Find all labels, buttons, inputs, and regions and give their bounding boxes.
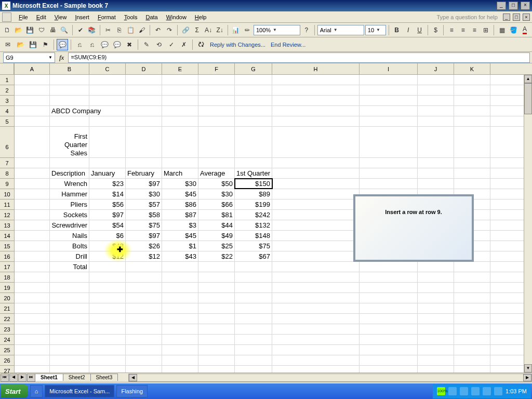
cell-B7[interactable] [50, 158, 89, 168]
undo-icon[interactable]: ↶ [153, 24, 163, 36]
cell-D10[interactable]: $30 [126, 189, 162, 199]
cell-G11[interactable]: $199 [235, 200, 272, 209]
cell-B14[interactable]: Nails [50, 231, 89, 241]
cell-F15[interactable]: $25 [198, 241, 235, 251]
row-header-15[interactable]: 15 [0, 241, 14, 251]
cell-D27[interactable] [126, 366, 162, 373]
cell-G20[interactable] [235, 293, 272, 303]
cell-C3[interactable] [89, 96, 126, 105]
cell-C26[interactable] [89, 355, 126, 365]
cell-E9[interactable]: $30 [162, 179, 198, 189]
cell-H1[interactable] [272, 75, 360, 85]
cell-C17[interactable] [89, 262, 126, 272]
cell-I7[interactable] [360, 158, 418, 168]
cell-D13[interactable]: $75 [126, 220, 162, 230]
tray-shield-icon[interactable] [483, 387, 491, 395]
select-all-corner[interactable] [0, 63, 14, 75]
currency-icon[interactable]: $ [431, 24, 441, 36]
align-center-icon[interactable]: ≡ [458, 24, 468, 36]
cell-B17[interactable]: Total [50, 262, 89, 272]
cell-I22[interactable] [360, 314, 418, 324]
cell-J25[interactable] [418, 345, 454, 355]
cell-E22[interactable] [162, 314, 198, 324]
cell-G21[interactable] [235, 303, 272, 313]
cell-F2[interactable] [198, 85, 235, 95]
cell-D17[interactable] [126, 262, 162, 272]
cell-E27[interactable] [162, 366, 198, 373]
cell-H25[interactable] [272, 345, 360, 355]
cell-A21[interactable] [15, 303, 50, 313]
paste-icon[interactable]: 📋 [126, 24, 136, 36]
cell-E5[interactable] [162, 116, 198, 126]
tab-last-button[interactable]: ⏭ [27, 374, 35, 382]
cell-F27[interactable] [198, 366, 235, 373]
cell-I18[interactable] [360, 272, 418, 282]
cell-D24[interactable] [126, 335, 162, 344]
cell-A27[interactable] [15, 366, 50, 373]
cell-H19[interactable] [272, 283, 360, 292]
save-icon[interactable]: 💾 [25, 24, 35, 36]
cell-F3[interactable] [198, 96, 235, 105]
cell-J1[interactable] [418, 75, 454, 85]
cell-K7[interactable] [454, 158, 490, 168]
cell-B2[interactable] [50, 85, 89, 95]
cell-E26[interactable] [162, 355, 198, 365]
reply-with-changes-button[interactable]: Reply with Changes... [208, 42, 268, 48]
cell-C20[interactable] [89, 293, 126, 303]
row-header-17[interactable]: 17 [0, 262, 14, 272]
row-header-14[interactable]: 14 [0, 231, 14, 241]
font-color-icon[interactable]: A [520, 24, 530, 36]
cell-G15[interactable]: $75 [235, 241, 272, 251]
cell-E2[interactable] [162, 85, 198, 95]
fx-icon[interactable]: fx [59, 54, 64, 62]
cell-E11[interactable]: $86 [162, 200, 198, 209]
row-header-11[interactable]: 11 [0, 200, 14, 210]
sheet-tab-sheet3[interactable]: Sheet3 [90, 374, 118, 381]
cell-I21[interactable] [360, 303, 418, 313]
cell-B24[interactable] [50, 335, 89, 344]
cell-K18[interactable] [454, 272, 490, 282]
cell-E25[interactable] [162, 345, 198, 355]
align-right-icon[interactable]: ≡ [469, 24, 480, 36]
scroll-up-button[interactable]: ▲ [524, 75, 532, 83]
cell-I8[interactable] [360, 168, 418, 178]
menu-window[interactable]: Window [162, 13, 191, 21]
cell-E16[interactable]: $43 [162, 251, 198, 261]
cell-C27[interactable] [89, 366, 126, 373]
save-2-icon[interactable]: 💾 [27, 39, 38, 50]
doc-minimize-button[interactable]: _ [503, 14, 510, 21]
cell-C6[interactable] [89, 127, 126, 157]
cell-C19[interactable] [89, 283, 126, 292]
cell-I26[interactable] [360, 355, 418, 365]
cell-J6[interactable] [418, 127, 454, 157]
cell-K23[interactable] [454, 324, 490, 334]
cell-B26[interactable] [50, 355, 89, 365]
cell-J2[interactable] [418, 85, 454, 95]
cell-E12[interactable]: $87 [162, 210, 198, 220]
cell-F8[interactable]: Average [198, 168, 235, 178]
cell-C10[interactable]: $14 [89, 189, 126, 199]
cell-D8[interactable]: February [126, 168, 162, 178]
hscroll-left-button[interactable]: ◀ [129, 374, 137, 381]
cell-I24[interactable] [360, 335, 418, 344]
cell-C24[interactable] [89, 335, 126, 344]
cell-I20[interactable] [360, 293, 418, 303]
new-comment-icon[interactable]: 💬 [57, 39, 68, 50]
cell-F9[interactable]: $50 [198, 179, 235, 189]
flag-icon[interactable]: ⚑ [39, 39, 51, 50]
workbook-icon[interactable] [2, 12, 11, 22]
column-header-K[interactable]: K [454, 63, 490, 74]
cell-E15[interactable]: $1 [162, 241, 198, 251]
cell-A23[interactable] [15, 324, 50, 334]
borders-icon[interactable]: ▦ [497, 24, 507, 36]
cell-A7[interactable] [15, 158, 50, 168]
cell-B8[interactable]: Description [50, 168, 89, 178]
menu-data[interactable]: Data [141, 13, 162, 21]
row-header-2[interactable]: 2 [0, 85, 14, 96]
redo-icon[interactable]: ↷ [164, 24, 175, 36]
copy-icon[interactable]: ⎘ [114, 24, 125, 36]
sheet-tab-sheet1[interactable]: Sheet1 [35, 374, 63, 381]
cell-C22[interactable] [89, 314, 126, 324]
cell-D21[interactable] [126, 303, 162, 313]
cell-G9[interactable]: $150 [235, 179, 272, 189]
